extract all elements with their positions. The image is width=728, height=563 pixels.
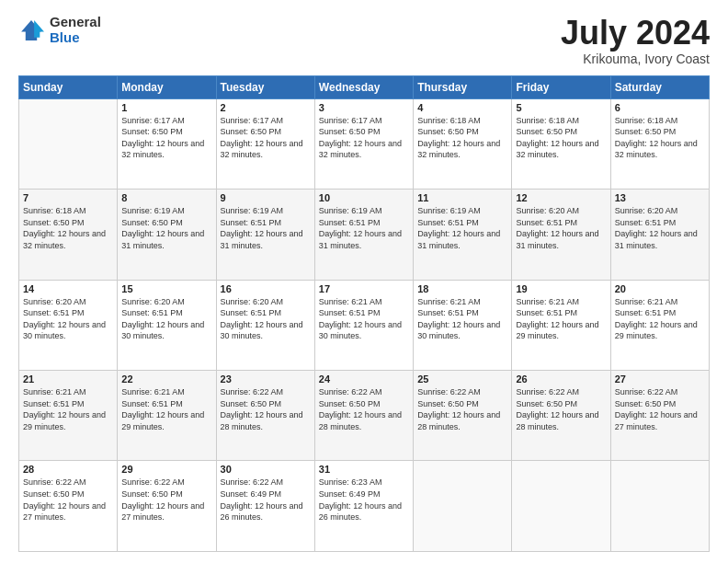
svg-marker-1	[34, 20, 44, 38]
calendar-week-row: 14Sunrise: 6:20 AMSunset: 6:51 PMDayligh…	[19, 280, 710, 370]
day-number: 27	[615, 373, 705, 385]
calendar-day-cell: 27Sunrise: 6:22 AMSunset: 6:50 PMDayligh…	[610, 371, 709, 461]
calendar-body: 1Sunrise: 6:17 AMSunset: 6:50 PMDaylight…	[19, 98, 710, 551]
day-info: Sunrise: 6:20 AMSunset: 6:51 PMDaylight:…	[516, 205, 606, 251]
day-info: Sunrise: 6:22 AMSunset: 6:50 PMDaylight:…	[615, 386, 705, 432]
weekday-header-cell: Sunday	[19, 75, 118, 98]
day-info: Sunrise: 6:17 AMSunset: 6:50 PMDaylight:…	[319, 115, 409, 161]
calendar-day-cell: 23Sunrise: 6:22 AMSunset: 6:50 PMDayligh…	[216, 371, 314, 461]
calendar-week-row: 1Sunrise: 6:17 AMSunset: 6:50 PMDaylight…	[19, 98, 710, 189]
calendar-day-cell: 16Sunrise: 6:20 AMSunset: 6:51 PMDayligh…	[216, 280, 314, 370]
weekday-header-cell: Thursday	[414, 75, 512, 98]
calendar-day-cell: 7Sunrise: 6:18 AMSunset: 6:50 PMDaylight…	[19, 190, 118, 280]
day-number: 1	[121, 102, 211, 113]
calendar-day-cell: 3Sunrise: 6:17 AMSunset: 6:50 PMDaylight…	[314, 98, 413, 189]
day-info: Sunrise: 6:18 AMSunset: 6:50 PMDaylight:…	[516, 115, 606, 161]
calendar-day-cell: 17Sunrise: 6:21 AMSunset: 6:51 PMDayligh…	[314, 280, 413, 370]
calendar-day-cell: 24Sunrise: 6:22 AMSunset: 6:50 PMDayligh…	[314, 371, 413, 461]
day-info: Sunrise: 6:22 AMSunset: 6:50 PMDaylight:…	[417, 386, 507, 432]
day-info: Sunrise: 6:17 AMSunset: 6:50 PMDaylight:…	[221, 115, 311, 161]
day-info: Sunrise: 6:21 AMSunset: 6:51 PMDaylight:…	[319, 296, 409, 342]
calendar-day-cell: 20Sunrise: 6:21 AMSunset: 6:51 PMDayligh…	[610, 280, 709, 370]
day-info: Sunrise: 6:19 AMSunset: 6:51 PMDaylight:…	[417, 205, 507, 251]
weekday-header-cell: Wednesday	[314, 75, 413, 98]
day-info: Sunrise: 6:20 AMSunset: 6:51 PMDaylight:…	[221, 296, 311, 342]
day-number: 9	[221, 192, 311, 203]
day-info: Sunrise: 6:22 AMSunset: 6:50 PMDaylight:…	[221, 386, 311, 432]
calendar-day-cell	[610, 461, 709, 552]
day-number: 29	[121, 464, 211, 475]
calendar-day-cell: 1Sunrise: 6:17 AMSunset: 6:50 PMDaylight…	[118, 98, 216, 189]
day-number: 20	[615, 283, 705, 294]
logo-blue: Blue	[50, 30, 101, 46]
calendar-day-cell: 11Sunrise: 6:19 AMSunset: 6:51 PMDayligh…	[414, 190, 512, 280]
day-number: 21	[23, 373, 113, 385]
calendar-day-cell: 5Sunrise: 6:18 AMSunset: 6:50 PMDaylight…	[512, 98, 610, 189]
calendar-day-cell: 13Sunrise: 6:20 AMSunset: 6:51 PMDayligh…	[610, 190, 709, 280]
day-number: 14	[23, 283, 113, 294]
calendar-day-cell: 21Sunrise: 6:21 AMSunset: 6:51 PMDayligh…	[19, 371, 118, 461]
day-number: 4	[417, 102, 507, 113]
calendar-day-cell: 28Sunrise: 6:22 AMSunset: 6:50 PMDayligh…	[19, 461, 118, 552]
calendar-day-cell: 10Sunrise: 6:19 AMSunset: 6:51 PMDayligh…	[314, 190, 413, 280]
day-number: 15	[121, 283, 211, 294]
day-number: 12	[516, 192, 606, 203]
calendar-day-cell: 9Sunrise: 6:19 AMSunset: 6:51 PMDaylight…	[216, 190, 314, 280]
calendar-day-cell: 29Sunrise: 6:22 AMSunset: 6:50 PMDayligh…	[118, 461, 216, 552]
day-info: Sunrise: 6:20 AMSunset: 6:51 PMDaylight:…	[615, 205, 705, 251]
calendar-day-cell: 12Sunrise: 6:20 AMSunset: 6:51 PMDayligh…	[512, 190, 610, 280]
calendar-week-row: 21Sunrise: 6:21 AMSunset: 6:51 PMDayligh…	[19, 371, 710, 461]
day-info: Sunrise: 6:23 AMSunset: 6:49 PMDaylight:…	[319, 477, 409, 523]
calendar-day-cell	[19, 98, 118, 189]
day-number: 8	[121, 192, 211, 203]
day-number: 6	[615, 102, 705, 113]
day-number: 7	[23, 192, 113, 203]
logo-icon	[18, 17, 44, 43]
month-title: July 2024	[561, 15, 710, 52]
calendar-day-cell: 22Sunrise: 6:21 AMSunset: 6:51 PMDayligh…	[118, 371, 216, 461]
calendar-week-row: 28Sunrise: 6:22 AMSunset: 6:50 PMDayligh…	[19, 461, 710, 552]
day-number: 3	[319, 102, 409, 113]
calendar-day-cell: 30Sunrise: 6:22 AMSunset: 6:49 PMDayligh…	[216, 461, 314, 552]
day-number: 22	[121, 373, 211, 385]
day-info: Sunrise: 6:19 AMSunset: 6:51 PMDaylight:…	[319, 205, 409, 251]
day-info: Sunrise: 6:22 AMSunset: 6:50 PMDaylight:…	[23, 477, 113, 523]
day-number: 30	[221, 464, 311, 475]
day-number: 25	[417, 373, 507, 385]
day-info: Sunrise: 6:20 AMSunset: 6:51 PMDaylight:…	[121, 296, 211, 342]
day-number: 16	[221, 283, 311, 294]
day-number: 18	[417, 283, 507, 294]
day-info: Sunrise: 6:21 AMSunset: 6:51 PMDaylight:…	[121, 386, 211, 432]
day-info: Sunrise: 6:21 AMSunset: 6:51 PMDaylight:…	[615, 296, 705, 342]
logo: General Blue	[18, 15, 101, 45]
title-block: July 2024 Krikouma, Ivory Coast	[561, 15, 710, 66]
day-number: 24	[319, 373, 409, 385]
calendar-week-row: 7Sunrise: 6:18 AMSunset: 6:50 PMDaylight…	[19, 190, 710, 280]
header: General Blue July 2024 Krikouma, Ivory C…	[18, 15, 710, 66]
day-info: Sunrise: 6:22 AMSunset: 6:50 PMDaylight:…	[319, 386, 409, 432]
day-info: Sunrise: 6:21 AMSunset: 6:51 PMDaylight:…	[23, 386, 113, 432]
calendar-day-cell: 2Sunrise: 6:17 AMSunset: 6:50 PMDaylight…	[216, 98, 314, 189]
day-info: Sunrise: 6:22 AMSunset: 6:50 PMDaylight:…	[516, 386, 606, 432]
calendar-day-cell: 19Sunrise: 6:21 AMSunset: 6:51 PMDayligh…	[512, 280, 610, 370]
day-info: Sunrise: 6:19 AMSunset: 6:50 PMDaylight:…	[121, 205, 211, 251]
location: Krikouma, Ivory Coast	[561, 52, 710, 66]
calendar-day-cell: 6Sunrise: 6:18 AMSunset: 6:50 PMDaylight…	[610, 98, 709, 189]
calendar-day-cell: 4Sunrise: 6:18 AMSunset: 6:50 PMDaylight…	[414, 98, 512, 189]
day-info: Sunrise: 6:18 AMSunset: 6:50 PMDaylight:…	[417, 115, 507, 161]
weekday-header-cell: Tuesday	[216, 75, 314, 98]
day-number: 11	[417, 192, 507, 203]
day-number: 13	[615, 192, 705, 203]
day-number: 17	[319, 283, 409, 294]
day-number: 26	[516, 373, 606, 385]
day-info: Sunrise: 6:21 AMSunset: 6:51 PMDaylight:…	[417, 296, 507, 342]
calendar-day-cell: 15Sunrise: 6:20 AMSunset: 6:51 PMDayligh…	[118, 280, 216, 370]
calendar-day-cell: 18Sunrise: 6:21 AMSunset: 6:51 PMDayligh…	[414, 280, 512, 370]
calendar-day-cell: 31Sunrise: 6:23 AMSunset: 6:49 PMDayligh…	[314, 461, 413, 552]
weekday-header-cell: Saturday	[610, 75, 709, 98]
day-info: Sunrise: 6:18 AMSunset: 6:50 PMDaylight:…	[23, 205, 113, 251]
day-info: Sunrise: 6:18 AMSunset: 6:50 PMDaylight:…	[615, 115, 705, 161]
day-info: Sunrise: 6:17 AMSunset: 6:50 PMDaylight:…	[121, 115, 211, 161]
calendar-day-cell	[414, 461, 512, 552]
calendar-day-cell: 26Sunrise: 6:22 AMSunset: 6:50 PMDayligh…	[512, 371, 610, 461]
